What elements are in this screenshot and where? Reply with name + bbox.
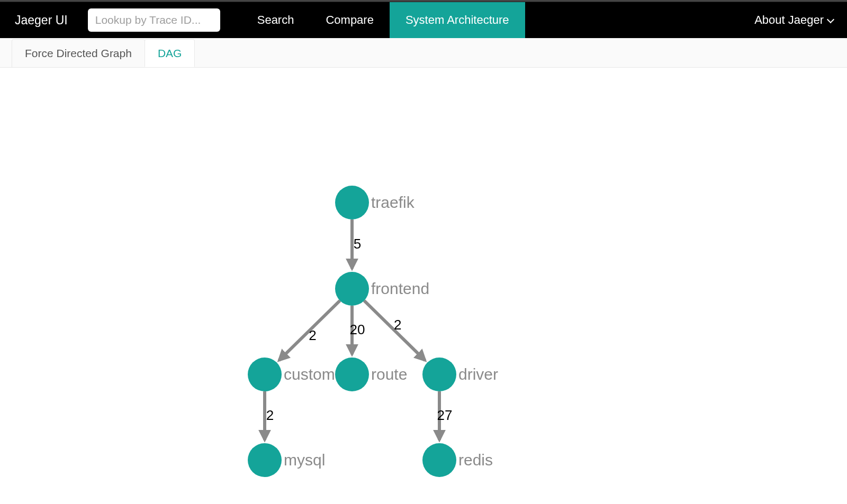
tab-dag[interactable]: DAG [145,39,195,67]
node-traefik[interactable] [335,186,369,219]
brand-title[interactable]: Jaeger UI [0,13,83,28]
about-jaeger-label: About Jaeger [754,13,824,27]
edge-label-driver-redis: 27 [437,407,453,423]
tab-force-directed-graph[interactable]: Force Directed Graph [12,39,145,67]
tab-bar: Force Directed Graph DAG [0,38,847,68]
navbar: Jaeger UI Search Compare System Architec… [0,2,847,38]
nav-system-architecture[interactable]: System Architecture [390,2,525,38]
nav-links: Search Compare System Architecture [241,2,525,38]
nav-search[interactable]: Search [241,2,310,38]
node-label-mysql: mysql [284,451,325,469]
trace-lookup-input[interactable] [88,8,220,32]
dag-svg[interactable]: 52202227 traefikfrontendcustomerroutedri… [0,68,847,504]
node-frontend[interactable] [335,272,369,306]
graph-canvas[interactable]: 52202227 traefikfrontendcustomerroutedri… [0,68,847,504]
about-jaeger-dropdown[interactable]: About Jaeger [741,13,847,27]
edge-label-frontend-driver: 2 [394,317,401,333]
nav-compare[interactable]: Compare [310,2,389,38]
node-label-route: route [371,365,407,383]
node-label-frontend: frontend [371,280,429,297]
trace-lookup-wrap [83,8,226,32]
node-redis[interactable] [422,443,456,477]
chevron-down-icon [827,15,834,23]
node-customer[interactable] [248,358,282,391]
edge-label-traefik-frontend: 5 [354,236,361,252]
node-mysql[interactable] [248,443,282,477]
node-label-redis: redis [458,451,493,469]
edge-label-customer-mysql: 2 [266,407,274,423]
node-driver[interactable] [422,358,456,391]
node-label-traefik: traefik [371,194,415,211]
node-label-driver: driver [458,365,498,383]
edge-label-frontend-route: 20 [350,322,365,337]
edge-label-frontend-customer: 2 [309,327,316,343]
node-route[interactable] [335,358,369,391]
